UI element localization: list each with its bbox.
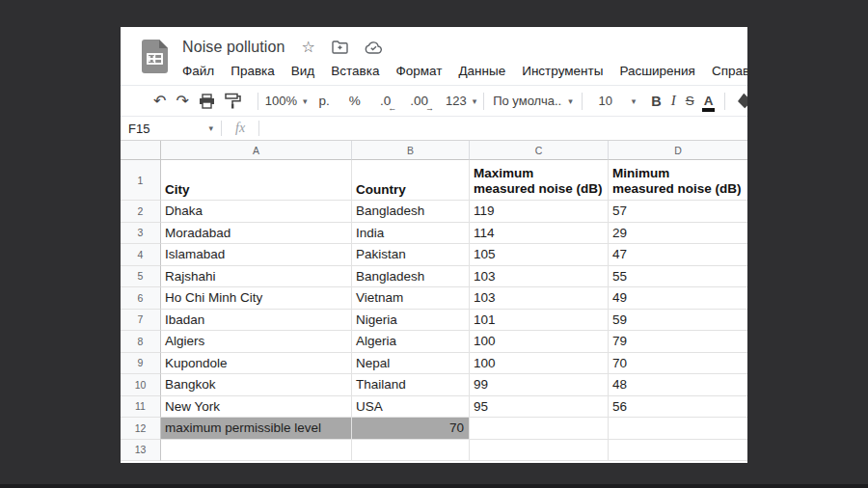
bold-button[interactable]: B <box>651 94 661 109</box>
cell-min-noise[interactable]: 48 <box>609 374 747 396</box>
menu-item[interactable]: Формат <box>395 64 442 78</box>
cell-max-noise[interactable]: 103 <box>470 287 609 310</box>
cell-country[interactable]: Thailand <box>352 374 470 396</box>
menu-item[interactable]: Вставка <box>331 64 379 78</box>
column-header[interactable]: D <box>609 141 747 160</box>
row-header[interactable]: 6 <box>121 287 161 310</box>
cell-country[interactable]: Nepal <box>352 353 470 375</box>
redo-button[interactable]: ↷ <box>176 93 188 110</box>
row-header[interactable]: 12 <box>121 418 161 440</box>
cell-empty[interactable] <box>609 440 747 462</box>
cell-min-noise[interactable]: 79 <box>609 331 747 353</box>
cell-min-noise[interactable]: 29 <box>609 223 747 245</box>
cell-min-noise[interactable]: 57 <box>609 201 747 223</box>
cell-empty[interactable] <box>609 418 747 440</box>
font-family-select[interactable]: По умолча...▾ <box>493 94 573 108</box>
sheets-app-icon[interactable] <box>142 40 168 73</box>
undo-button[interactable]: ↶ <box>153 93 166 110</box>
cell-max-noise[interactable]: 95 <box>470 396 609 419</box>
row-header[interactable]: 2 <box>121 201 161 223</box>
cell-max-noise[interactable]: 119 <box>470 201 609 223</box>
cell-city[interactable]: Kupondole <box>161 353 352 375</box>
strikethrough-button[interactable]: S <box>686 94 694 108</box>
menu-item[interactable]: Правка <box>231 64 275 78</box>
increase-decimal-button[interactable]: .00→ <box>410 94 428 108</box>
move-folder-icon[interactable] <box>332 41 348 54</box>
cell-city[interactable]: Ibadan <box>161 310 352 332</box>
zoom-select[interactable]: 100%▾ <box>265 94 308 108</box>
cell-country[interactable]: Algeria <box>352 331 470 353</box>
text-color-button[interactable]: A <box>704 94 714 108</box>
cell-city[interactable]: Algiers <box>161 331 352 353</box>
currency-format-button[interactable]: р. <box>319 94 330 108</box>
paint-format-button[interactable] <box>225 93 241 110</box>
cell-empty[interactable] <box>470 418 609 440</box>
menu-item[interactable]: Данные <box>458 64 505 78</box>
cell-empty[interactable] <box>352 440 470 462</box>
cell-max-noise[interactable]: 114 <box>470 223 609 245</box>
cell-city[interactable]: Dhaka <box>161 201 352 223</box>
decrease-decimal-button[interactable]: .0← <box>380 94 391 108</box>
row-header[interactable]: 7 <box>121 310 161 332</box>
row-header[interactable]: 9 <box>121 353 161 375</box>
cell-country[interactable]: Nigeria <box>352 310 470 332</box>
row-header[interactable]: 8 <box>121 331 161 353</box>
column-header[interactable]: B <box>352 141 470 160</box>
select-all-corner[interactable] <box>121 141 161 160</box>
cell-max-noise[interactable]: 100 <box>470 331 609 353</box>
cell-empty[interactable] <box>470 440 609 462</box>
row-header[interactable]: 13 <box>121 440 161 462</box>
fill-color-button[interactable] <box>738 93 747 110</box>
cell-city[interactable]: Rajshahi <box>161 266 352 288</box>
cell-country[interactable]: Pakistan <box>352 244 470 266</box>
cell-country[interactable]: Bangladesh <box>352 266 470 288</box>
cell-country[interactable]: USA <box>352 396 470 419</box>
cell-max-noise[interactable]: 100 <box>470 353 609 375</box>
menu-item[interactable]: Расширения <box>619 64 695 78</box>
document-title[interactable]: Noise pollution <box>182 39 285 56</box>
cell-max-noise[interactable]: 101 <box>470 310 609 332</box>
star-icon[interactable]: ☆ <box>301 40 314 55</box>
row-header[interactable]: 11 <box>121 396 161 419</box>
cell-country[interactable]: Bangladesh <box>352 201 470 223</box>
row-header[interactable]: 1 <box>121 160 161 201</box>
font-size-select[interactable]: 10▾ <box>593 94 637 108</box>
cell-min-noise[interactable]: 49 <box>609 287 747 310</box>
name-box[interactable]: F15 ▾ <box>128 122 213 136</box>
column-header[interactable]: A <box>161 141 352 160</box>
cell-city[interactable]: Bangkok <box>161 374 352 396</box>
print-button[interactable] <box>199 93 215 110</box>
cell-city[interactable]: New York <box>161 396 352 419</box>
row-header[interactable]: 5 <box>121 266 161 288</box>
cell-min-noise[interactable]: 47 <box>609 244 747 266</box>
cell-country[interactable]: Vietnam <box>352 287 470 310</box>
menu-item[interactable]: Файл <box>182 64 214 78</box>
cell-min-noise[interactable]: 55 <box>609 266 747 288</box>
cell-city[interactable]: Islamabad <box>161 244 352 266</box>
number-format-select[interactable]: 123▾ <box>446 94 476 108</box>
cell-limit-value[interactable]: 70 <box>352 418 470 440</box>
percent-format-button[interactable]: % <box>349 94 361 108</box>
cell-max-noise-header[interactable]: Maximum measured noise (dB) <box>470 160 609 201</box>
column-header[interactable]: C <box>470 141 609 160</box>
cell-empty[interactable] <box>161 440 352 462</box>
cell-max-noise[interactable]: 103 <box>470 266 609 288</box>
cell-city[interactable]: Ho Chi Minh City <box>161 287 352 310</box>
menu-item[interactable]: Инструменты <box>522 64 603 78</box>
cell-max-noise[interactable]: 99 <box>470 374 609 396</box>
cell-city-header[interactable]: City <box>161 160 352 201</box>
cloud-saved-icon[interactable] <box>365 41 383 54</box>
row-header[interactable]: 4 <box>121 244 161 266</box>
cell-city[interactable]: Moradabad <box>161 223 352 245</box>
cell-min-noise[interactable]: 70 <box>609 353 747 375</box>
cell-country[interactable]: India <box>352 223 470 245</box>
row-header[interactable]: 3 <box>121 223 161 245</box>
cell-country-header[interactable]: Country <box>352 160 470 201</box>
row-header[interactable]: 10 <box>121 374 161 396</box>
cell-min-noise[interactable]: 56 <box>609 396 747 419</box>
italic-button[interactable]: I <box>671 93 676 109</box>
menu-item[interactable]: Вид <box>291 64 314 78</box>
cell-max-noise[interactable]: 105 <box>470 244 609 266</box>
menu-item[interactable]: Справка <box>712 64 747 78</box>
cell-min-noise-header[interactable]: Minimum measured noise (dB) <box>609 160 747 201</box>
